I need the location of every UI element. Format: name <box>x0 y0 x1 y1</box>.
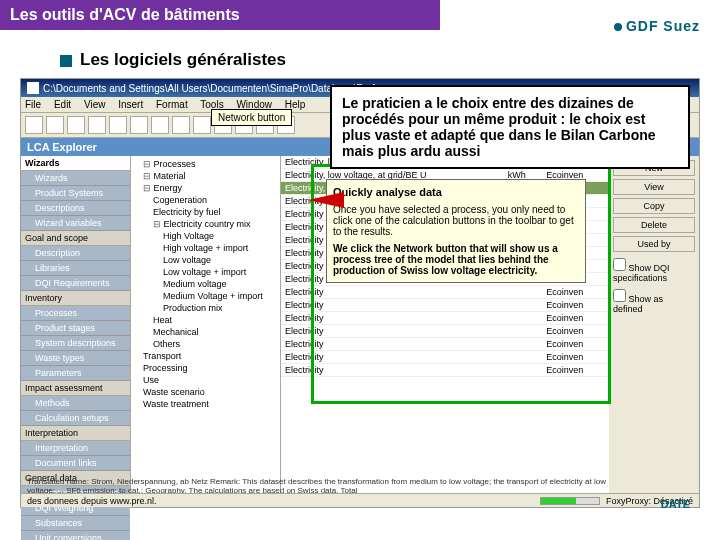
wizard-item[interactable]: Parameters <box>21 366 130 381</box>
menu-format[interactable]: Format <box>156 99 188 110</box>
wizard-item[interactable]: Description <box>21 246 130 261</box>
tree-node[interactable]: Production mix <box>133 302 278 314</box>
wizard-item[interactable]: Unit conversions <box>21 531 130 540</box>
toolbar-button[interactable] <box>172 116 190 134</box>
tree-node[interactable]: High Voltage <box>133 230 278 242</box>
wizard-item[interactable]: System descriptions <box>21 336 130 351</box>
tree-node[interactable]: Cogeneration <box>133 194 278 206</box>
slide-title: Les outils d'ACV de bâtiments <box>0 0 440 30</box>
toolbar-button[interactable] <box>130 116 148 134</box>
tree-node[interactable]: Waste scenario <box>133 386 278 398</box>
menu-file[interactable]: File <box>25 99 41 110</box>
status-bar: des donnees depuis www.pre.nl. FoxyProxy… <box>21 493 699 507</box>
tree-node[interactable]: Heat <box>133 314 278 326</box>
tree-node[interactable]: Energy <box>133 182 278 194</box>
tree-node[interactable]: Medium Voltage + import <box>133 290 278 302</box>
table-row[interactable]: ElectricityEcoinven <box>281 351 609 364</box>
analyse-title: Quickly analyse data <box>333 186 442 198</box>
usedby-button[interactable]: Used by <box>613 236 695 252</box>
wizard-item[interactable]: Calculation setups <box>21 411 130 426</box>
wizard-item[interactable]: DQI Requirements <box>21 276 130 291</box>
tree-node[interactable]: Material <box>133 170 278 182</box>
toolbar-button[interactable] <box>109 116 127 134</box>
analyse-tooltip: Quickly analyse data Once you have selec… <box>326 179 586 283</box>
tree-node[interactable]: High voltage + import <box>133 242 278 254</box>
wizard-item[interactable]: Wizards <box>21 171 130 186</box>
wizard-item[interactable]: Waste types <box>21 351 130 366</box>
tree-node[interactable]: Use <box>133 374 278 386</box>
right-pane: New View Copy Delete Used by Show DQI sp… <box>609 156 699 496</box>
tree-node[interactable]: Processing <box>133 362 278 374</box>
tree-node[interactable]: Mechanical <box>133 326 278 338</box>
callout-box: Le praticien a le choix entre des dizain… <box>330 85 690 169</box>
tree-node[interactable]: Low voltage <box>133 254 278 266</box>
delete-button[interactable]: Delete <box>613 217 695 233</box>
subtitle: Les logiciels généralistes <box>60 50 720 70</box>
defined-checkbox[interactable]: Show as defined <box>613 289 695 314</box>
wizard-group: Interpretation <box>21 426 130 441</box>
menu-edit[interactable]: Edit <box>54 99 71 110</box>
wizard-item[interactable]: Libraries <box>21 261 130 276</box>
arrow-icon <box>308 192 344 208</box>
table-row[interactable]: ElectricityEcoinven <box>281 299 609 312</box>
bullet-square <box>60 55 72 67</box>
tree-node[interactable]: Low voltage + import <box>133 266 278 278</box>
tree-pane[interactable]: Processes MaterialEnergyCogenerationElec… <box>131 156 281 496</box>
dqi-checkbox[interactable]: Show DQI specifications <box>613 258 695 283</box>
date-label: DATE <box>661 498 690 510</box>
network-button-tooltip: Network button <box>211 109 292 126</box>
wizard-item[interactable]: Processes <box>21 306 130 321</box>
tree-node[interactable]: Electricity country mix <box>133 218 278 230</box>
toolbar-button[interactable] <box>46 116 64 134</box>
wizard-item[interactable]: Interpretation <box>21 441 130 456</box>
table-row[interactable]: ElectricityEcoinven <box>281 312 609 325</box>
table-row[interactable]: ElectricityEcoinven <box>281 325 609 338</box>
table-row[interactable]: ElectricityEcoinven <box>281 364 609 377</box>
menu-insert[interactable]: Insert <box>118 99 143 110</box>
tree-node[interactable]: Electricity by fuel <box>133 206 278 218</box>
wizard-item[interactable]: Substances <box>21 516 130 531</box>
view-button[interactable]: View <box>613 179 695 195</box>
wizard-header: Wizards <box>21 156 130 171</box>
table-row[interactable]: ElectricityEcoinven <box>281 338 609 351</box>
app-icon <box>27 82 39 94</box>
toolbar-button[interactable] <box>25 116 43 134</box>
wizard-item[interactable]: Methods <box>21 396 130 411</box>
wizard-group: Goal and scope <box>21 231 130 246</box>
toolbar-button[interactable] <box>193 116 211 134</box>
wizard-group: Inventory <box>21 291 130 306</box>
menu-view[interactable]: View <box>84 99 106 110</box>
wizard-pane: Wizards WizardsProduct SystemsDescriptio… <box>21 156 131 496</box>
analyse-p1: Once you have selected a process, you on… <box>333 204 579 237</box>
wizard-item[interactable]: Product Systems <box>21 186 130 201</box>
tree-node[interactable]: Medium voltage <box>133 278 278 290</box>
progress-bar <box>540 497 600 505</box>
wizard-item[interactable]: Descriptions <box>21 201 130 216</box>
footer-left: des donnees depuis www.pre.nl. <box>27 496 157 506</box>
tree-node[interactable]: Transport <box>133 350 278 362</box>
copy-button[interactable]: Copy <box>613 198 695 214</box>
toolbar-button[interactable] <box>88 116 106 134</box>
analyse-p2: We click the Network button that will sh… <box>333 243 579 276</box>
wizard-item[interactable]: Document links <box>21 456 130 471</box>
table-row[interactable]: ElectricityEcoinven <box>281 286 609 299</box>
toolbar-button[interactable] <box>151 116 169 134</box>
tree-node[interactable]: Others <box>133 338 278 350</box>
tree-root[interactable]: Processes <box>133 158 278 170</box>
wizard-group: Impact assessment <box>21 381 130 396</box>
tree-node[interactable]: Waste treatment <box>133 398 278 410</box>
wizard-item[interactable]: Wizard variables <box>21 216 130 231</box>
wizard-item[interactable]: Product stages <box>21 321 130 336</box>
toolbar-button[interactable] <box>67 116 85 134</box>
logo: GDF Suez <box>614 18 700 34</box>
